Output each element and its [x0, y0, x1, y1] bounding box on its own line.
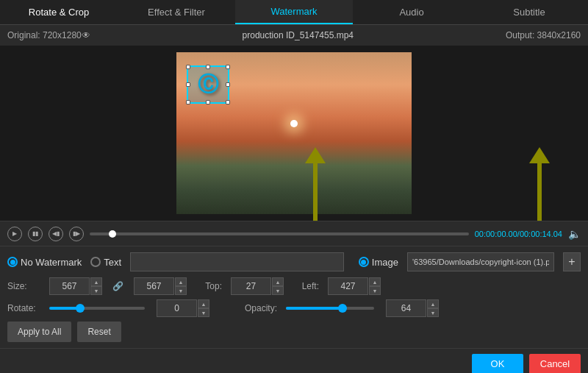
handle-rm[interactable] — [226, 82, 230, 87]
original-size-label: Original: 720x1280 — [7, 30, 82, 40]
left-label: Left: — [293, 281, 319, 291]
opacity-down[interactable]: ▼ — [427, 308, 439, 317]
opacity-slider[interactable] — [286, 307, 374, 310]
handle-lm[interactable] — [186, 82, 190, 87]
opacity-fill — [286, 307, 343, 310]
top-input[interactable]: 27 — [231, 277, 271, 295]
opacity-label: Opacity: — [233, 303, 277, 313]
tab-bar: Rotate & Crop Effect & Filter Watermark … — [0, 0, 588, 25]
text-option[interactable]: Text — [90, 257, 121, 268]
output-size-label: Output: 3840x2160 — [506, 30, 581, 40]
controls-area: No Watermark Text Image '63965/Downloads… — [0, 246, 588, 348]
handle-bm[interactable] — [206, 100, 210, 104]
top-label: Top: — [196, 281, 222, 291]
opacity-spinner[interactable]: ▲ ▼ — [427, 299, 439, 317]
text-label: Text — [104, 257, 121, 268]
height-spinner[interactable]: ▲ ▼ — [175, 277, 187, 295]
top-up[interactable]: ▲ — [272, 277, 284, 286]
opacity-thumb[interactable] — [338, 304, 347, 313]
bottom-bar: OK Cancel — [0, 348, 588, 373]
timeline[interactable] — [90, 232, 469, 235]
watermark-overlay[interactable]: Ⓒ — [187, 65, 229, 104]
rotate-spinner[interactable]: ▲ ▼ — [198, 299, 209, 317]
width-down[interactable]: ▼ — [90, 286, 102, 295]
rotate-input[interactable]: 0 — [157, 299, 197, 317]
next-button[interactable]: ▮▶ — [69, 227, 84, 241]
width-input-wrap: 567 ▲ ▼ — [49, 277, 102, 295]
video-frame: Ⓒ — [176, 52, 412, 214]
image-option[interactable]: Image — [359, 257, 398, 268]
handle-tm[interactable] — [206, 65, 210, 69]
image-label: Image — [372, 257, 398, 268]
stop-button[interactable]: ▮▮ — [28, 227, 43, 241]
prev-button[interactable]: ◀▮ — [49, 227, 63, 241]
action-buttons-row: Apply to All Reset — [7, 322, 581, 342]
play-button[interactable]: ▶ — [7, 227, 22, 241]
left-input[interactable]: 427 — [328, 277, 368, 295]
add-image-button[interactable]: + — [563, 252, 581, 271]
link-icon[interactable]: 🔗 — [112, 281, 123, 291]
rotate-opacity-row: Rotate: 0 ▲ ▼ Opacity: 64 ▲ ▼ — [7, 299, 581, 317]
handle-tl[interactable] — [186, 65, 190, 69]
left-spinner[interactable]: ▲ ▼ — [369, 277, 381, 295]
playback-bar: ▶ ▮▮ ◀▮ ▮▶ 00:00:00.00/00:00:14.04 🔈 — [0, 221, 588, 246]
no-watermark-label: No Watermark — [21, 257, 82, 268]
time-display: 00:00:00.00/00:00:14.04 — [475, 230, 562, 238]
left-down[interactable]: ▼ — [369, 286, 381, 295]
no-watermark-option[interactable]: No Watermark — [7, 257, 82, 268]
watermark-type-row: No Watermark Text Image '63965/Downloads… — [7, 252, 581, 271]
rotate-thumb[interactable] — [76, 304, 85, 313]
handle-bl[interactable] — [186, 100, 190, 104]
timeline-thumb[interactable] — [109, 230, 116, 238]
rotate-input-wrap: 0 ▲ ▼ — [157, 299, 209, 317]
size-label: Size: — [7, 281, 40, 291]
rotate-slider[interactable] — [49, 307, 145, 310]
height-input[interactable]: 567 — [134, 277, 174, 295]
opacity-slider-wrap — [286, 307, 374, 310]
tab-effect-filter[interactable]: Effect & Filter — [118, 0, 235, 24]
handle-tr[interactable] — [226, 65, 230, 69]
height-up[interactable]: ▲ — [175, 277, 187, 286]
image-path-input[interactable]: '63965/Downloads/copyright-icon (1).png — [407, 252, 554, 271]
top-spinner[interactable]: ▲ ▼ — [272, 277, 284, 295]
left-up[interactable]: ▲ — [369, 277, 381, 286]
cancel-button[interactable]: Cancel — [529, 354, 581, 374]
rotate-down[interactable]: ▼ — [198, 308, 209, 317]
reset-button[interactable]: Reset — [77, 322, 121, 342]
opacity-up[interactable]: ▲ — [427, 299, 439, 308]
opacity-input[interactable]: 64 — [386, 299, 426, 317]
handle-br[interactable] — [226, 100, 230, 104]
info-bar: Original: 720x1280 👁 production ID_51474… — [0, 25, 588, 46]
volume-icon[interactable]: 🔈 — [568, 228, 581, 240]
tab-subtitle[interactable]: Subtitle — [470, 0, 588, 24]
filename-label: production ID_5147455.mp4 — [90, 30, 506, 40]
height-input-wrap: 567 ▲ ▼ — [134, 277, 187, 295]
left-input-wrap: 427 ▲ ▼ — [328, 277, 381, 295]
size-row: Size: 567 ▲ ▼ 🔗 567 ▲ ▼ Top: 27 ▲ ▼ Left… — [7, 277, 581, 295]
width-up[interactable]: ▲ — [90, 277, 102, 286]
top-input-wrap: 27 ▲ ▼ — [231, 277, 284, 295]
height-down[interactable]: ▼ — [175, 286, 187, 295]
text-watermark-input[interactable] — [130, 252, 344, 271]
rotate-up[interactable]: ▲ — [198, 299, 209, 308]
opacity-input-wrap: 64 ▲ ▼ — [386, 299, 439, 317]
tab-watermark[interactable]: Watermark — [235, 0, 353, 24]
image-radio[interactable] — [359, 257, 369, 267]
width-spinner[interactable]: ▲ ▼ — [90, 277, 102, 295]
tab-audio[interactable]: Audio — [353, 0, 470, 24]
top-down[interactable]: ▼ — [272, 286, 284, 295]
ok-button[interactable]: OK — [472, 354, 523, 374]
sun-element — [290, 120, 298, 127]
text-radio[interactable] — [90, 257, 101, 267]
preview-area: Ⓒ — [0, 46, 588, 221]
eye-icon[interactable]: 👁 — [82, 30, 90, 40]
tab-rotate-crop[interactable]: Rotate & Crop — [0, 0, 118, 24]
no-watermark-radio[interactable] — [7, 257, 18, 267]
apply-to-all-button[interactable]: Apply to All — [7, 322, 71, 342]
width-input[interactable]: 567 — [49, 277, 90, 295]
rotate-label: Rotate: — [7, 303, 40, 313]
copyright-symbol: Ⓒ — [188, 67, 228, 102]
